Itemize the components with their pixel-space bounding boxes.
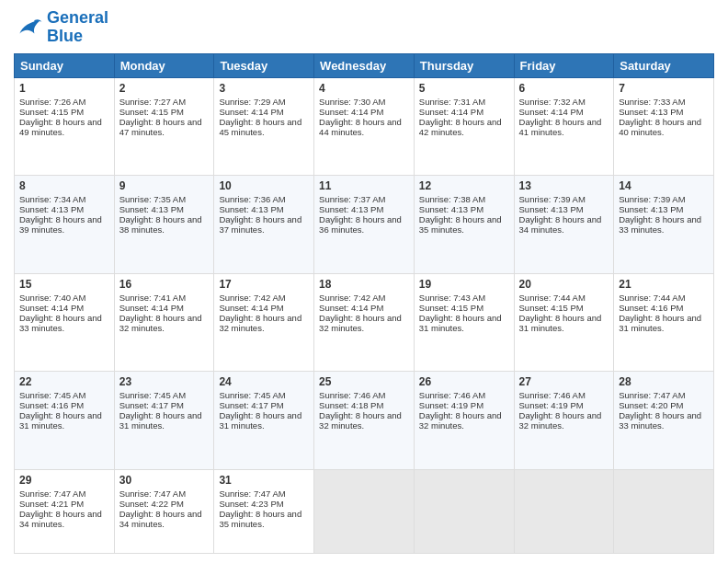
day-number: 2 <box>119 82 210 95</box>
day-number: 15 <box>19 278 109 291</box>
day-number: 8 <box>19 179 109 192</box>
calendar-cell: 2Sunrise: 7:27 AMSunset: 4:15 PMDaylight… <box>114 77 214 176</box>
day-info: Sunrise: 7:46 AMSunset: 4:18 PMDaylight:… <box>319 390 402 431</box>
day-info: Sunrise: 7:47 AMSunset: 4:20 PMDaylight:… <box>619 390 701 431</box>
day-number: 18 <box>319 278 409 291</box>
calendar-week-row: 15Sunrise: 7:40 AMSunset: 4:14 PMDayligh… <box>15 273 714 372</box>
day-number: 9 <box>119 179 210 192</box>
calendar-header-wednesday: Wednesday <box>314 53 415 77</box>
day-number: 28 <box>619 375 709 388</box>
calendar-cell: 10Sunrise: 7:36 AMSunset: 4:13 PMDayligh… <box>214 176 314 274</box>
calendar-cell: 14Sunrise: 7:39 AMSunset: 4:13 PMDayligh… <box>614 176 714 274</box>
day-info: Sunrise: 7:29 AMSunset: 4:14 PMDaylight:… <box>219 97 301 137</box>
day-info: Sunrise: 7:46 AMSunset: 4:19 PMDaylight:… <box>419 390 502 431</box>
day-info: Sunrise: 7:42 AMSunset: 4:14 PMDaylight:… <box>219 293 301 333</box>
day-number: 13 <box>519 179 609 192</box>
day-info: Sunrise: 7:31 AMSunset: 4:14 PMDaylight:… <box>419 97 502 137</box>
calendar-week-row: 1Sunrise: 7:26 AMSunset: 4:15 PMDaylight… <box>15 77 714 176</box>
calendar-header-saturday: Saturday <box>614 53 714 77</box>
calendar-cell: 22Sunrise: 7:45 AMSunset: 4:16 PMDayligh… <box>15 372 115 470</box>
day-info: Sunrise: 7:37 AMSunset: 4:13 PMDaylight:… <box>319 194 402 235</box>
day-number: 7 <box>619 82 709 95</box>
day-number: 12 <box>419 179 509 192</box>
day-number: 5 <box>419 82 509 95</box>
calendar-table: SundayMondayTuesdayWednesdayThursdayFrid… <box>14 53 714 554</box>
day-number: 14 <box>619 179 709 192</box>
calendar-cell: 26Sunrise: 7:46 AMSunset: 4:19 PMDayligh… <box>414 372 514 470</box>
logo-icon <box>14 13 43 42</box>
day-number: 11 <box>319 179 409 192</box>
day-info: Sunrise: 7:47 AMSunset: 4:22 PMDaylight:… <box>119 488 202 529</box>
day-number: 17 <box>219 278 309 291</box>
day-info: Sunrise: 7:38 AMSunset: 4:13 PMDaylight:… <box>419 194 502 235</box>
calendar-cell: 30Sunrise: 7:47 AMSunset: 4:22 PMDayligh… <box>114 470 214 554</box>
day-number: 29 <box>19 474 109 487</box>
day-info: Sunrise: 7:43 AMSunset: 4:15 PMDaylight:… <box>419 293 502 333</box>
calendar-cell: 21Sunrise: 7:44 AMSunset: 4:16 PMDayligh… <box>614 273 714 372</box>
calendar-cell: 12Sunrise: 7:38 AMSunset: 4:13 PMDayligh… <box>414 176 514 274</box>
calendar-cell: 27Sunrise: 7:46 AMSunset: 4:19 PMDayligh… <box>514 372 614 470</box>
calendar-header-row: SundayMondayTuesdayWednesdayThursdayFrid… <box>15 53 714 77</box>
day-info: Sunrise: 7:36 AMSunset: 4:13 PMDaylight:… <box>219 194 301 235</box>
calendar-cell: 3Sunrise: 7:29 AMSunset: 4:14 PMDaylight… <box>214 77 314 176</box>
day-info: Sunrise: 7:45 AMSunset: 4:17 PMDaylight:… <box>219 390 301 431</box>
day-number: 24 <box>219 375 309 388</box>
calendar-cell: 8Sunrise: 7:34 AMSunset: 4:13 PMDaylight… <box>15 176 115 274</box>
calendar-week-row: 29Sunrise: 7:47 AMSunset: 4:21 PMDayligh… <box>15 470 714 554</box>
day-info: Sunrise: 7:35 AMSunset: 4:13 PMDaylight:… <box>119 194 202 235</box>
calendar-cell: 25Sunrise: 7:46 AMSunset: 4:18 PMDayligh… <box>314 372 415 470</box>
day-number: 23 <box>119 375 210 388</box>
day-info: Sunrise: 7:32 AMSunset: 4:14 PMDaylight:… <box>519 97 602 137</box>
calendar-cell: 16Sunrise: 7:41 AMSunset: 4:14 PMDayligh… <box>114 273 214 372</box>
calendar-body: 1Sunrise: 7:26 AMSunset: 4:15 PMDaylight… <box>15 77 714 553</box>
day-number: 10 <box>219 179 309 192</box>
day-number: 1 <box>19 82 109 95</box>
day-info: Sunrise: 7:39 AMSunset: 4:13 PMDaylight:… <box>619 194 701 235</box>
calendar-week-row: 8Sunrise: 7:34 AMSunset: 4:13 PMDaylight… <box>15 176 714 274</box>
day-number: 31 <box>219 474 309 487</box>
calendar-cell: 29Sunrise: 7:47 AMSunset: 4:21 PMDayligh… <box>15 470 115 554</box>
calendar-week-row: 22Sunrise: 7:45 AMSunset: 4:16 PMDayligh… <box>15 372 714 470</box>
day-info: Sunrise: 7:27 AMSunset: 4:15 PMDaylight:… <box>119 97 202 137</box>
calendar-cell: 20Sunrise: 7:44 AMSunset: 4:15 PMDayligh… <box>514 273 614 372</box>
calendar-cell <box>514 470 614 554</box>
calendar-cell: 28Sunrise: 7:47 AMSunset: 4:20 PMDayligh… <box>614 372 714 470</box>
calendar-header-friday: Friday <box>514 53 614 77</box>
calendar-cell: 31Sunrise: 7:47 AMSunset: 4:23 PMDayligh… <box>214 470 314 554</box>
header: General Blue <box>14 9 714 46</box>
day-info: Sunrise: 7:47 AMSunset: 4:21 PMDaylight:… <box>19 488 102 529</box>
day-number: 21 <box>619 278 709 291</box>
day-info: Sunrise: 7:45 AMSunset: 4:16 PMDaylight:… <box>19 390 102 431</box>
calendar-header-tuesday: Tuesday <box>214 53 314 77</box>
day-info: Sunrise: 7:39 AMSunset: 4:13 PMDaylight:… <box>519 194 602 235</box>
calendar-cell: 19Sunrise: 7:43 AMSunset: 4:15 PMDayligh… <box>414 273 514 372</box>
calendar-cell: 24Sunrise: 7:45 AMSunset: 4:17 PMDayligh… <box>214 372 314 470</box>
calendar-cell: 18Sunrise: 7:42 AMSunset: 4:14 PMDayligh… <box>314 273 415 372</box>
day-number: 22 <box>19 375 109 388</box>
calendar-cell <box>614 470 714 554</box>
calendar-cell: 1Sunrise: 7:26 AMSunset: 4:15 PMDaylight… <box>15 77 115 176</box>
day-info: Sunrise: 7:41 AMSunset: 4:14 PMDaylight:… <box>119 293 202 333</box>
calendar-cell: 11Sunrise: 7:37 AMSunset: 4:13 PMDayligh… <box>314 176 415 274</box>
page: General Blue SundayMondayTuesdayWednesda… <box>0 0 728 563</box>
day-number: 27 <box>519 375 609 388</box>
day-number: 26 <box>419 375 509 388</box>
logo-text: General Blue <box>47 9 108 46</box>
calendar-header-monday: Monday <box>114 53 214 77</box>
day-number: 6 <box>519 82 609 95</box>
day-number: 25 <box>319 375 409 388</box>
calendar-cell: 17Sunrise: 7:42 AMSunset: 4:14 PMDayligh… <box>214 273 314 372</box>
day-info: Sunrise: 7:26 AMSunset: 4:15 PMDaylight:… <box>19 97 102 137</box>
calendar-cell: 5Sunrise: 7:31 AMSunset: 4:14 PMDaylight… <box>414 77 514 176</box>
calendar-cell: 15Sunrise: 7:40 AMSunset: 4:14 PMDayligh… <box>15 273 115 372</box>
calendar-cell <box>314 470 415 554</box>
day-info: Sunrise: 7:40 AMSunset: 4:14 PMDaylight:… <box>19 293 102 333</box>
day-number: 19 <box>419 278 509 291</box>
day-number: 16 <box>119 278 210 291</box>
day-info: Sunrise: 7:46 AMSunset: 4:19 PMDaylight:… <box>519 390 602 431</box>
day-info: Sunrise: 7:33 AMSunset: 4:13 PMDaylight:… <box>619 97 701 137</box>
calendar-cell: 7Sunrise: 7:33 AMSunset: 4:13 PMDaylight… <box>614 77 714 176</box>
calendar-header-sunday: Sunday <box>15 53 115 77</box>
day-number: 3 <box>219 82 309 95</box>
calendar-header-thursday: Thursday <box>414 53 514 77</box>
